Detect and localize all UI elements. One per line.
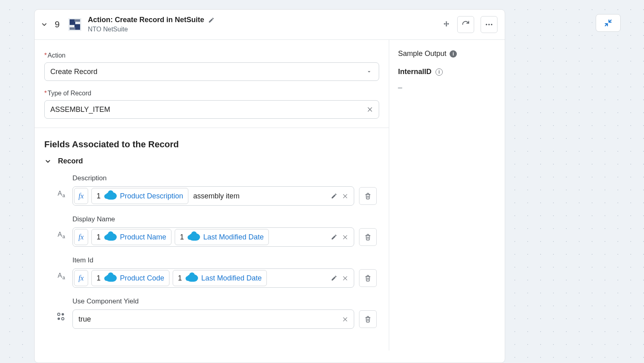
svg-point-6 bbox=[488, 24, 490, 25]
expression-input[interactable]: fx 1 Product Code 1 Last Modified Date bbox=[72, 268, 354, 288]
type-of-record-label: *Type of Record bbox=[44, 90, 379, 97]
salesforce-cloud-icon bbox=[187, 274, 198, 282]
expression-input[interactable]: fx 1 Product Name 1 Last Modified Date bbox=[72, 227, 354, 247]
info-icon[interactable]: i bbox=[436, 68, 443, 76]
collapse-toggle[interactable] bbox=[39, 20, 49, 29]
section-divider bbox=[35, 128, 389, 128]
clear-icon[interactable] bbox=[342, 234, 348, 240]
sample-output-title: Sample Output bbox=[398, 50, 446, 58]
fields-section-title: Fields Associated to the Record bbox=[44, 139, 379, 150]
svg-text:a: a bbox=[62, 234, 65, 239]
field-label: Description bbox=[72, 174, 379, 182]
expression-input[interactable]: fx 1 Product Description assembly item bbox=[72, 186, 354, 206]
record-group-toggle[interactable]: Record bbox=[44, 157, 379, 165]
output-field-value: _ bbox=[398, 80, 496, 89]
clear-icon[interactable] bbox=[367, 106, 373, 113]
info-icon[interactable]: i bbox=[450, 50, 457, 58]
delete-field-button[interactable] bbox=[359, 228, 377, 246]
delete-field-button[interactable] bbox=[359, 269, 377, 287]
main-column: *Action Create Record *Type of Record AS… bbox=[35, 40, 389, 351]
svg-rect-3 bbox=[74, 19, 80, 22]
move-icon[interactable] bbox=[442, 20, 451, 29]
field-label: Display Name bbox=[72, 215, 379, 223]
variable-pill[interactable]: 1 Product Name bbox=[91, 229, 171, 245]
variable-pill[interactable]: 1 Product Code bbox=[91, 270, 169, 286]
field-row-display-name: Aa Display Name fx 1 Product Name bbox=[44, 215, 379, 247]
svg-rect-4 bbox=[70, 27, 75, 30]
salesforce-cloud-icon bbox=[105, 233, 117, 241]
output-field-label: InternalID bbox=[398, 68, 431, 76]
more-actions-button[interactable] bbox=[481, 16, 497, 33]
svg-point-7 bbox=[491, 24, 493, 25]
fx-chip[interactable]: fx bbox=[74, 229, 88, 245]
step-number: 9 bbox=[55, 19, 60, 30]
boolean-value: true bbox=[78, 315, 91, 324]
field-row-description: Aa Description fx 1 Product Description … bbox=[44, 174, 379, 206]
clear-icon[interactable] bbox=[342, 193, 348, 199]
svg-point-24 bbox=[58, 318, 60, 320]
sample-output-panel: Sample Output i InternalID i _ bbox=[389, 40, 505, 351]
salesforce-cloud-icon bbox=[105, 274, 117, 282]
svg-text:a: a bbox=[62, 193, 65, 198]
svg-rect-1 bbox=[70, 19, 75, 25]
netsuite-icon bbox=[66, 16, 84, 33]
variable-pill[interactable]: 1 Product Description bbox=[91, 188, 188, 204]
step-titles: Action: Create Record in NetSuite NTO Ne… bbox=[88, 15, 215, 34]
action-label: *Action bbox=[44, 52, 379, 59]
svg-text:A: A bbox=[58, 190, 62, 197]
svg-text:A: A bbox=[58, 231, 62, 238]
edit-icon[interactable] bbox=[331, 193, 337, 199]
type-of-record-input[interactable]: ASSEMBLY_ITEM bbox=[44, 100, 379, 119]
svg-point-25 bbox=[62, 318, 64, 320]
clear-icon[interactable] bbox=[342, 316, 348, 322]
fx-chip[interactable]: fx bbox=[74, 188, 88, 204]
boolean-input[interactable]: true bbox=[72, 309, 354, 329]
record-group-label: Record bbox=[58, 157, 83, 165]
edit-title-icon[interactable] bbox=[208, 17, 215, 23]
edit-icon[interactable] bbox=[331, 234, 337, 240]
clear-icon[interactable] bbox=[342, 275, 348, 281]
canvas-right-gutter bbox=[505, 0, 644, 363]
type-of-record-value: ASSEMBLY_ITEM bbox=[50, 105, 110, 114]
svg-point-22 bbox=[58, 313, 60, 316]
canvas-left-gutter bbox=[0, 0, 34, 363]
field-label: Use Component Yield bbox=[72, 297, 379, 305]
delete-field-button[interactable] bbox=[359, 310, 377, 328]
text-type-icon: Aa bbox=[56, 270, 68, 281]
refresh-button[interactable] bbox=[457, 16, 474, 33]
field-row-use-component-yield: Use Component Yield true bbox=[44, 297, 379, 329]
edit-icon[interactable] bbox=[331, 275, 337, 281]
variable-pill[interactable]: 1 Last Modified Date bbox=[173, 270, 267, 286]
chevron-down-icon bbox=[44, 158, 52, 165]
chevron-down-icon bbox=[366, 68, 372, 75]
delete-field-button[interactable] bbox=[359, 187, 377, 205]
expression-text: assembly item bbox=[193, 192, 239, 200]
text-type-icon: Aa bbox=[56, 229, 68, 240]
action-select[interactable]: Create Record bbox=[44, 62, 379, 81]
boolean-type-icon bbox=[56, 312, 68, 323]
step-title: Action: Create Record in NetSuite bbox=[88, 15, 204, 25]
fx-chip[interactable]: fx bbox=[74, 270, 88, 286]
action-card: 9 Action: Create Record in NetSuite bbox=[34, 9, 505, 363]
variable-pill[interactable]: 1 Last Modified Date bbox=[175, 229, 269, 245]
field-row-item-id: Aa Item Id fx 1 Product Code 1 bbox=[44, 256, 379, 288]
svg-point-5 bbox=[486, 24, 487, 25]
action-select-value: Create Record bbox=[50, 68, 97, 76]
salesforce-cloud-icon bbox=[189, 233, 200, 241]
svg-text:A: A bbox=[58, 272, 62, 279]
svg-text:a: a bbox=[62, 275, 65, 280]
field-label: Item Id bbox=[72, 256, 379, 264]
salesforce-cloud-icon bbox=[105, 192, 117, 200]
svg-point-23 bbox=[62, 313, 64, 316]
step-subtitle: NTO NetSuite bbox=[88, 25, 215, 34]
text-type-icon: Aa bbox=[56, 188, 68, 199]
card-header: 9 Action: Create Record in NetSuite bbox=[35, 10, 505, 39]
collapse-panel-button[interactable] bbox=[596, 14, 621, 32]
svg-rect-2 bbox=[74, 24, 80, 30]
